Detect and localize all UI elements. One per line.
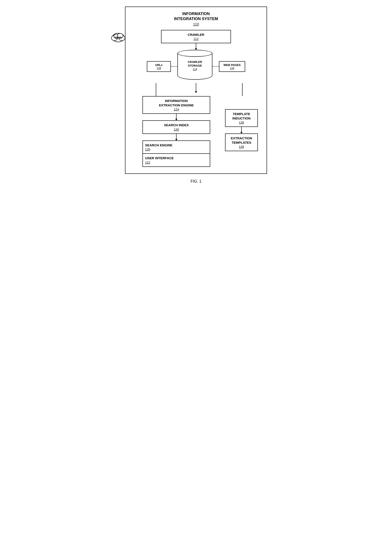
www-cloud: WWW [111, 31, 126, 43]
arrow-iee-down [176, 114, 177, 120]
search-engine-title: SEARCH ENGINE [145, 143, 207, 147]
urls-box: URLs 118 [147, 61, 171, 72]
diagram-wrapper: INFORMATION INTEGRATION SYSTEM 110 WWW C… [125, 7, 267, 174]
figure-label: FIG. 1 [191, 179, 201, 184]
main-col: CRAWLER 112 URLs 118 [132, 30, 260, 167]
search-index-ref: 126 [146, 128, 207, 131]
iee-ref: 124 [146, 108, 207, 111]
search-engine-box: SEARCH ENGINE 120 [143, 141, 210, 154]
search-engine-ref: 120 [145, 148, 207, 151]
cylinder-arrow [195, 91, 197, 93]
outer-ref: 110 [132, 22, 260, 26]
search-index-title: SEARCH INDEX [146, 123, 207, 127]
outer-title-line2: INTEGRATION SYSTEM [174, 17, 218, 21]
iee-box: INFORMATION EXTRACTION ENGINE 124 [142, 96, 210, 114]
urls-title: URLs [149, 63, 168, 67]
webpages-title: WEB PAGES [222, 63, 243, 67]
user-interface-ref: 122 [145, 161, 207, 164]
cylinder-ref: 114 [193, 68, 197, 71]
outer-title: INFORMATION INTEGRATION SYSTEM [132, 11, 260, 22]
outer-title-line1: INFORMATION [182, 12, 210, 16]
mid-section: INFORMATION EXTRACTION ENGINE 124 SEARCH… [132, 96, 260, 167]
right-spacer-top [223, 96, 260, 109]
user-interface-title: USER INTERFACE [145, 156, 207, 160]
iee-title: INFORMATION EXTRACTION ENGINE [146, 99, 207, 107]
dashed-right [212, 66, 219, 67]
urls-ref: 118 [149, 67, 168, 70]
urls-section: URLs 118 [147, 61, 171, 72]
cylinder-label: CRAWLER STORAGE [188, 60, 202, 68]
right-col: TEMPLATE INDUCTION 126 EXTRACTION TEMPLA… [223, 96, 260, 151]
extraction-templates-ref: 126 [229, 145, 254, 148]
arrow-ti-down [241, 127, 242, 133]
crawler-title: CRAWLER [165, 33, 227, 37]
webpages-box: WEB PAGES 116 [219, 61, 245, 72]
search-engine-outer: SEARCH ENGINE 120 USER INTERFACE 122 [142, 140, 210, 167]
left-area: INFORMATION EXTRACTION ENGINE 124 SEARCH… [132, 96, 221, 167]
cylinder-body: CRAWLER STORAGE 114 [178, 53, 212, 80]
template-induction-ref: 126 [229, 121, 254, 124]
extraction-templates-title: EXTRACTION TEMPLATES [229, 136, 254, 145]
storage-row: URLs 118 CRAWLER STORAGE 114 [132, 50, 260, 83]
crawler-box: CRAWLER 112 [161, 30, 231, 44]
arrow-searchindex-down [176, 134, 177, 140]
connector-section [132, 83, 260, 96]
svg-text:WWW: WWW [115, 36, 122, 39]
webpages-ref: 116 [222, 67, 243, 70]
cylinder-title-line1: CRAWLER [188, 60, 202, 64]
extraction-templates-box: EXTRACTION TEMPLATES 126 [225, 133, 258, 151]
dashed-left [171, 66, 178, 67]
search-index-box: SEARCH INDEX 126 [142, 120, 210, 134]
arrow-crawler-to-storage [196, 43, 196, 50]
template-induction-box: TEMPLATE INDUCTION 126 [225, 109, 258, 127]
crawler-storage: CRAWLER STORAGE 114 [178, 50, 212, 83]
user-interface-box: USER INTERFACE 122 [143, 154, 210, 167]
cylinder-down-line [196, 83, 196, 92]
webpages-down-line [242, 83, 243, 96]
crawler-ref: 112 [165, 37, 227, 41]
template-induction-title: TEMPLATE INDUCTION [229, 112, 254, 120]
page-container: INFORMATION INTEGRATION SYSTEM 110 WWW C… [119, 4, 273, 184]
urls-down-line [156, 83, 156, 96]
webpages-section: WEB PAGES 116 [219, 61, 245, 72]
cylinder-title-line2: STORAGE [188, 64, 202, 67]
